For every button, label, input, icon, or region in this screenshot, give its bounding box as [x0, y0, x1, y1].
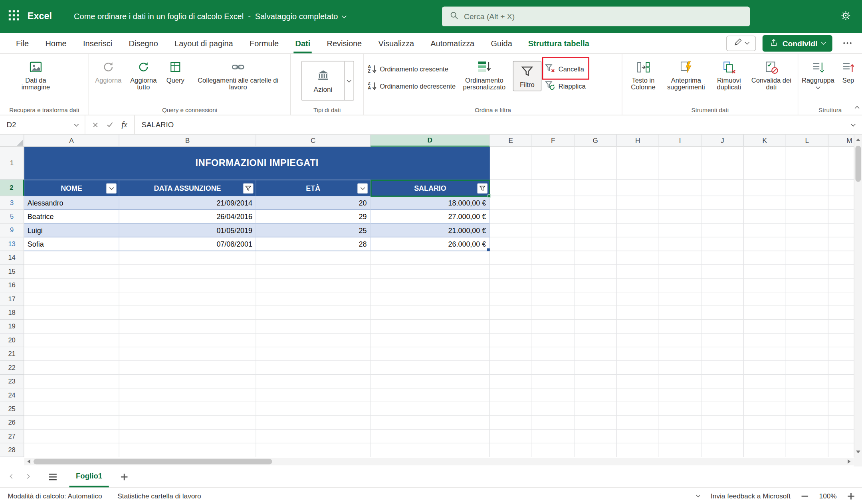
settings-button[interactable]: [832, 0, 859, 33]
column-header-J[interactable]: J: [701, 134, 744, 146]
zoom-out-button[interactable]: [802, 495, 808, 496]
table-cell[interactable]: Alessandro: [24, 196, 119, 210]
vertical-scroll-thumb[interactable]: [855, 146, 861, 182]
column-header-D[interactable]: D: [371, 134, 490, 146]
column-header-K[interactable]: K: [744, 134, 786, 146]
table-resize-handle[interactable]: [487, 248, 490, 251]
formula-input[interactable]: SALARIO: [135, 121, 844, 129]
data-from-picture-button[interactable]: Dati da immagine: [13, 58, 59, 91]
row-header-27[interactable]: 27: [0, 430, 24, 443]
row-header-2[interactable]: 2: [0, 180, 24, 196]
row-header-24[interactable]: 24: [0, 388, 24, 402]
confirm-entry-button[interactable]: [107, 121, 113, 128]
filter-applied-button[interactable]: [243, 183, 254, 194]
table-cell[interactable]: 26/04/2016: [119, 210, 256, 223]
expand-formula-bar-button[interactable]: [844, 124, 862, 125]
table-cell[interactable]: Sofia: [24, 237, 119, 251]
row-header-26[interactable]: 26: [0, 416, 24, 429]
table-cell[interactable]: 20: [256, 196, 371, 210]
zoom-level-button[interactable]: 100%: [819, 492, 837, 500]
table-cell[interactable]: 25: [256, 223, 371, 237]
column-header-L[interactable]: L: [786, 134, 828, 146]
row-header-17[interactable]: 17: [0, 293, 24, 306]
next-sheet-button[interactable]: [20, 469, 36, 485]
horizontal-scrollbar[interactable]: [24, 458, 854, 465]
filter-toggle-button[interactable]: Filtro: [513, 61, 541, 91]
row-header-21[interactable]: 21: [0, 347, 24, 361]
column-header-F[interactable]: F: [532, 134, 575, 146]
reapply-filter-button[interactable]: Riapplica: [545, 80, 585, 93]
row-header-3[interactable]: 3: [0, 196, 24, 210]
column-header-H[interactable]: H: [617, 134, 659, 146]
table-cell[interactable]: 21/09/2014: [119, 196, 256, 210]
row-header-25[interactable]: 25: [0, 402, 24, 416]
draw-tool-button[interactable]: [726, 36, 756, 51]
workbook-links-button[interactable]: Collegamenti alle cartelle di lavoro: [191, 58, 285, 91]
cells-area[interactable]: INFORMAZIONI IMPIEGATI NOMEDATA ASSUNZIO…: [24, 147, 854, 457]
column-header-A[interactable]: A: [24, 134, 119, 146]
workbook-statistics-button[interactable]: Statistiche cartella di lavoro: [117, 492, 201, 500]
clear-filter-button[interactable]: Cancella: [545, 63, 585, 76]
column-header-B[interactable]: B: [119, 134, 256, 146]
calculation-mode-button[interactable]: Modalità di calcolo: Automatico: [8, 492, 102, 500]
table-cell[interactable]: Luigi: [24, 223, 119, 237]
queries-button[interactable]: Query: [163, 58, 188, 84]
row-header-9[interactable]: 9: [0, 223, 24, 237]
more-options-button[interactable]: [839, 36, 855, 51]
ribbon-tab-dati[interactable]: Dati: [287, 33, 319, 53]
text-to-columns-button[interactable]: Testo in Colonne: [626, 58, 660, 91]
ribbon-tab-disegno[interactable]: Disegno: [121, 33, 166, 53]
ribbon-tab-guida[interactable]: Guida: [483, 33, 521, 53]
row-header-15[interactable]: 15: [0, 265, 24, 279]
ribbon-tab-formule[interactable]: Formule: [241, 33, 287, 53]
refresh-button[interactable]: Aggiorna: [93, 58, 124, 84]
app-launcher-button[interactable]: [0, 0, 28, 33]
row-header-18[interactable]: 18: [0, 306, 24, 320]
gallery-dropdown-button[interactable]: [344, 61, 353, 100]
search-input[interactable]: [464, 12, 742, 21]
cancel-entry-button[interactable]: [92, 122, 98, 128]
vertical-scrollbar[interactable]: [854, 134, 862, 457]
scroll-right-button[interactable]: [845, 458, 853, 465]
group-button[interactable]: Raggruppa: [802, 58, 834, 89]
ribbon-tab-inserisci[interactable]: Inserisci: [75, 33, 121, 53]
ribbon-tab-file[interactable]: File: [8, 33, 37, 53]
filter-applied-button[interactable]: [477, 183, 487, 194]
add-sheet-button[interactable]: [117, 469, 132, 485]
tab-struttura-tabella[interactable]: Struttura tabella: [520, 33, 597, 53]
collapse-ribbon-button[interactable]: [855, 102, 858, 112]
refresh-all-button[interactable]: Aggiorna tutto: [127, 58, 160, 91]
horizontal-scroll-thumb[interactable]: [34, 459, 272, 464]
feedback-link[interactable]: Invia feedback a Microsoft: [711, 492, 791, 500]
data-types-gallery-button[interactable]: Azioni: [301, 61, 354, 101]
sort-ascending-button[interactable]: AZ Ordinamento crescente: [368, 63, 456, 76]
table-cell[interactable]: 27.000,00 €: [371, 210, 490, 223]
ungroup-button[interactable]: Sep: [837, 58, 859, 84]
ribbon-tab-automatizza[interactable]: Automatizza: [422, 33, 483, 53]
previous-sheet-button[interactable]: [4, 469, 20, 485]
sheet-list-button[interactable]: [45, 469, 61, 485]
row-header-22[interactable]: 22: [0, 361, 24, 375]
table-cell[interactable]: 28: [256, 237, 371, 251]
row-header-16[interactable]: 16: [0, 279, 24, 292]
ribbon-tab-home[interactable]: Home: [37, 33, 75, 53]
table-cell[interactable]: Beatrice: [24, 210, 119, 223]
row-header-1[interactable]: 1: [0, 147, 24, 180]
row-header-14[interactable]: 14: [0, 251, 24, 265]
flash-fill-button[interactable]: Anteprima suggerimenti: [664, 58, 709, 91]
table-cell[interactable]: 18.000,00 €: [371, 196, 490, 210]
sort-descending-button[interactable]: ZA Ordinamento decrescente: [368, 80, 456, 93]
custom-sort-button[interactable]: Ordinamento personalizzato: [459, 58, 510, 91]
column-header-I[interactable]: I: [659, 134, 701, 146]
row-header-13[interactable]: 13: [0, 237, 24, 251]
table-title-cell[interactable]: INFORMAZIONI IMPIEGATI: [24, 147, 490, 180]
table-cell[interactable]: 26.000,00 €: [371, 237, 490, 251]
share-button[interactable]: Condividi: [763, 35, 832, 51]
fill-handle[interactable]: [487, 194, 491, 198]
row-header-20[interactable]: 20: [0, 334, 24, 347]
scroll-up-button[interactable]: [854, 136, 862, 144]
scroll-left-button[interactable]: [25, 458, 33, 465]
ribbon-tab-layout-di-pagina[interactable]: Layout di pagina: [166, 33, 241, 53]
name-box[interactable]: D2: [0, 115, 85, 134]
status-options-chevron-icon[interactable]: [696, 493, 701, 498]
